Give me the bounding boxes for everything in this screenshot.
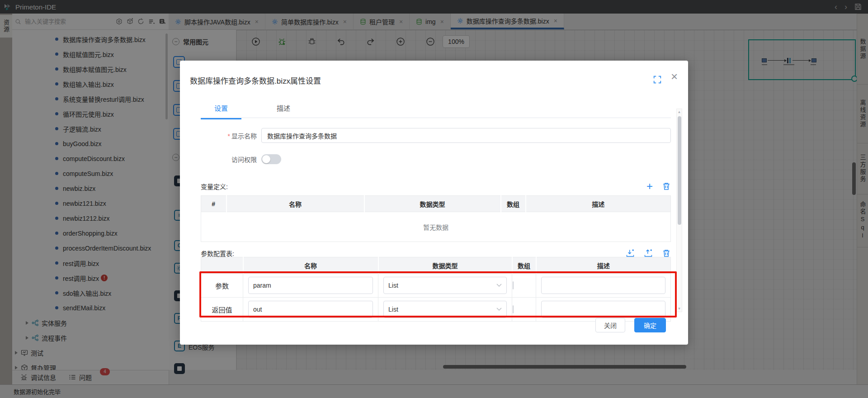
param-type-select[interactable]: List <box>383 277 507 294</box>
dialog-title: 数据库操作查询多条数据.bizx属性设置 <box>190 75 321 86</box>
variables-title: 变量定义: <box>201 182 228 191</box>
variables-section: 变量定义: <box>201 181 671 192</box>
param-row-label: 参数 <box>201 274 243 298</box>
add-variable-icon[interactable] <box>646 181 653 192</box>
col-header-name: 名称 <box>243 257 378 274</box>
variables-table: # 名称 数据类型 数组 描述 暂无数据 <box>201 195 671 242</box>
return-name-input[interactable] <box>248 301 373 318</box>
scroll-up-icon[interactable] <box>677 110 682 114</box>
dialog-scrollbar[interactable] <box>676 109 682 312</box>
scroll-down-icon[interactable] <box>677 307 682 311</box>
application-window: Primeton-IDE 资源 <box>0 0 868 398</box>
required-marker: * <box>228 133 230 140</box>
tab-description[interactable]: 描述 <box>263 103 304 119</box>
return-array-checkbox[interactable] <box>513 305 514 313</box>
col-header-desc: 描述 <box>526 196 671 212</box>
return-desc-input[interactable] <box>541 301 665 318</box>
param-desc-input[interactable] <box>541 277 665 294</box>
close-icon[interactable] <box>671 71 678 82</box>
close-button[interactable]: 关闭 <box>595 318 625 332</box>
access-toggle[interactable] <box>261 154 281 164</box>
display-name-label: 显示名称 <box>231 133 257 140</box>
return-row-label: 返回值 <box>201 298 243 322</box>
chevron-down-icon <box>496 284 502 287</box>
col-header-desc: 描述 <box>536 257 671 274</box>
import-params-icon[interactable] <box>626 249 635 258</box>
col-header-type: 数据类型 <box>364 196 501 212</box>
chevron-down-icon <box>496 308 502 311</box>
empty-table-text: 暂无数据 <box>201 212 671 242</box>
access-row: 访问权限 <box>180 154 281 164</box>
export-params-icon[interactable] <box>644 249 653 258</box>
scrollbar-thumb[interactable] <box>678 116 681 225</box>
tabs-divider <box>201 118 671 118</box>
fullscreen-icon[interactable] <box>653 76 661 84</box>
params-section: 参数配置表: <box>201 249 671 258</box>
col-header-index: # <box>201 196 226 212</box>
return-type-select[interactable]: List <box>383 301 507 318</box>
param-row: 参数 List <box>201 274 671 298</box>
confirm-button[interactable]: 确定 <box>634 318 666 332</box>
col-header-name: 名称 <box>226 196 364 212</box>
params-table: 名称 数据类型 数组 描述 参数 List 返回值 List <box>201 257 671 322</box>
properties-dialog: 数据库操作查询多条数据.bizx属性设置 设置 描述 *显示名称 访问权限 变量… <box>180 61 688 345</box>
param-array-checkbox[interactable] <box>513 281 514 289</box>
col-header-array: 数组 <box>512 257 536 274</box>
col-header-blank <box>201 257 243 274</box>
display-name-row: *显示名称 <box>180 128 671 143</box>
param-name-input[interactable] <box>248 277 373 294</box>
display-name-input[interactable] <box>261 128 671 143</box>
col-header-type: 数据类型 <box>378 257 512 274</box>
tab-settings[interactable]: 设置 <box>201 103 241 119</box>
delete-params-icon[interactable] <box>662 249 671 258</box>
delete-variable-icon[interactable] <box>662 182 671 191</box>
dialog-tabs: 设置 描述 <box>201 103 304 119</box>
access-label: 访问权限 <box>180 155 257 164</box>
col-header-array: 数组 <box>501 196 526 212</box>
params-title: 参数配置表: <box>201 249 234 258</box>
